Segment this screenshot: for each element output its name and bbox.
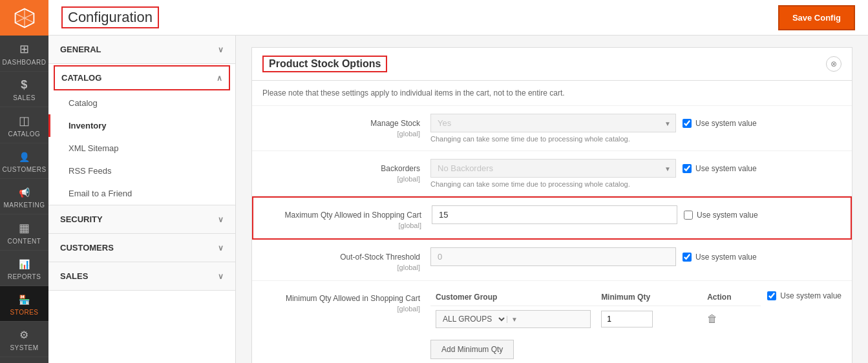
logo [0, 0, 48, 36]
menu-section-label-security: SECURITY [60, 214, 103, 224]
customer-group-select-wrapper: ALL GROUPS ▼ [436, 310, 591, 328]
content-icon [19, 221, 30, 235]
out-of-stock-input[interactable] [430, 247, 676, 266]
manage-stock-select-wrapper: Yes [430, 114, 676, 132]
menu-item-email-friend[interactable]: Email to a Friend [48, 182, 235, 205]
backorders-select-wrapper: No Backorders [430, 159, 676, 178]
out-of-stock-system-value-label[interactable]: Use system value [683, 253, 757, 262]
min-qty-value-cell [596, 306, 702, 333]
backorders-row: No Backorders Use system value [430, 159, 842, 178]
manage-stock-system-value-checkbox[interactable] [683, 119, 692, 128]
chevron-up-icon: ∧ [217, 74, 222, 83]
menu-section-header-sales[interactable]: SALES ∨ [48, 262, 235, 290]
manage-stock-control: Yes Use system value Changing can take s… [430, 114, 842, 143]
catalog-icon [19, 114, 30, 128]
manage-stock-select[interactable]: Yes [430, 114, 676, 132]
min-qty-system-value-label[interactable]: Use system value [767, 289, 842, 300]
menu-section-label-customers: CUSTOMERS [60, 243, 114, 253]
sidebar-label-marketing: MARKETING [4, 202, 45, 209]
sidebar: DASHBOARD SALES CATALOG CUSTOMERS MARKET… [0, 0, 48, 363]
min-qty-control: Customer Group Minimum Qty Action [430, 289, 842, 359]
menu-section-label-general: GENERAL [60, 45, 101, 54]
menu-section-label-sales: SALES [60, 271, 88, 281]
sidebar-item-catalog[interactable]: CATALOG [0, 107, 48, 143]
marketing-icon [19, 185, 30, 199]
sidebar-item-stores[interactable]: STORES [0, 286, 48, 322]
form-row-max-qty: Maximum Qty Allowed in Shopping Cart [gl… [252, 196, 852, 240]
customer-group-select[interactable]: ALL GROUPS [436, 311, 507, 327]
dashboard-icon [19, 42, 30, 56]
menu-item-inventory[interactable]: Inventory [48, 114, 235, 137]
backorders-system-value-checkbox[interactable] [683, 164, 692, 173]
sidebar-label-customers: CUSTOMERS [2, 166, 46, 173]
form-row-manage-stock: Manage Stock [global] Yes [252, 106, 852, 151]
stores-icon [19, 293, 30, 306]
sidebar-item-customers[interactable]: CUSTOMERS [0, 143, 48, 179]
right-panel: Product Stock Options ⊗ Please note that… [236, 36, 868, 363]
form-row-min-qty: Minimum Qty Allowed in Shopping Cart [gl… [252, 281, 852, 363]
menu-section-sales: SALES ∨ [48, 262, 235, 291]
menu-section-catalog: CATALOG ∧ Catalog Inventory XML Sitemap … [48, 65, 235, 205]
chevron-down-icon-security: ∨ [218, 215, 224, 224]
chevron-down-icon: ∨ [218, 45, 224, 54]
min-qty-value-input[interactable] [601, 311, 653, 327]
min-qty-table: Customer Group Minimum Qty Action [430, 289, 761, 332]
menu-item-xml-sitemap[interactable]: XML Sitemap [48, 137, 235, 160]
manage-stock-system-value-label[interactable]: Use system value [683, 119, 757, 128]
menu-section-security: SECURITY ∨ [48, 205, 235, 234]
out-of-stock-control: Use system value [430, 247, 842, 266]
backorders-select[interactable]: No Backorders [430, 159, 676, 178]
action-cell: 🗑 [702, 306, 761, 333]
content-area: GENERAL ∨ CATALOG ∧ Catalog Inventory [48, 36, 868, 363]
section-title: Product Stock Options [262, 56, 387, 72]
max-qty-row: Use system value [432, 205, 840, 224]
menu-section-header-security[interactable]: SECURITY ∨ [48, 205, 235, 233]
sidebar-label-stores: STORES [10, 309, 39, 316]
min-qty-row: Customer Group Minimum Qty Action [430, 289, 842, 359]
max-qty-system-value-checkbox[interactable] [684, 211, 693, 220]
manage-stock-label: Manage Stock [global] [262, 114, 430, 139]
group-select-arrow-icon: ▼ [507, 316, 522, 323]
save-config-button[interactable]: Save Config [778, 5, 855, 30]
menu-section-header-catalog[interactable]: CATALOG ∧ [54, 65, 230, 90]
sidebar-label-reports: REPORTS [8, 273, 41, 280]
customer-group-cell: ALL GROUPS ▼ [430, 306, 596, 333]
menu-section-label-catalog: CATALOG [61, 73, 101, 83]
out-of-stock-label: Out-of-Stock Threshold [global] [262, 247, 430, 273]
min-qty-table-area: Customer Group Minimum Qty Action [430, 289, 761, 359]
customers-icon [19, 150, 30, 163]
menu-section-header-customers[interactable]: CUSTOMERS ∨ [48, 234, 235, 262]
form-row-out-of-stock: Out-of-Stock Threshold [global] Use syst… [252, 240, 852, 281]
sidebar-item-sales[interactable]: SALES [0, 72, 48, 107]
menu-item-catalog[interactable]: Catalog [48, 92, 235, 114]
sidebar-item-marketing[interactable]: MARKETING [0, 179, 48, 214]
collapse-button[interactable]: ⊗ [826, 56, 842, 72]
section-header: Product Stock Options ⊗ [252, 48, 852, 81]
menu-item-rss-feeds[interactable]: RSS Feeds [48, 160, 235, 182]
sidebar-item-dashboard[interactable]: DASHBOARD [0, 36, 48, 72]
col-minimum-qty: Minimum Qty [596, 289, 702, 306]
max-qty-label: Maximum Qty Allowed in Shopping Cart [gl… [264, 205, 432, 231]
min-qty-system-value-checkbox[interactable] [767, 291, 776, 300]
sidebar-item-content[interactable]: CONTENT [0, 214, 48, 251]
manage-stock-hint: Changing can take some time due to proce… [430, 135, 842, 143]
max-qty-system-value-label[interactable]: Use system value [684, 211, 758, 220]
menu-section-header-general[interactable]: GENERAL ∨ [48, 36, 235, 63]
backorders-label: Backorders [global] [262, 159, 430, 184]
sidebar-label-system: SYSTEM [10, 344, 38, 351]
sidebar-item-reports[interactable]: REPORTS [0, 251, 48, 286]
sidebar-label-dashboard: DASHBOARD [3, 59, 47, 66]
delete-row-button[interactable]: 🗑 [707, 313, 717, 325]
sidebar-label-content: CONTENT [8, 238, 41, 245]
left-menu: GENERAL ∨ CATALOG ∧ Catalog Inventory [48, 36, 236, 363]
backorders-system-value-label[interactable]: Use system value [683, 164, 757, 173]
chevron-down-icon-sales: ∨ [218, 272, 224, 281]
sidebar-item-system[interactable]: SYSTEM [0, 322, 48, 357]
add-min-qty-button[interactable]: Add Minimum Qty [430, 340, 514, 359]
main-area: Configuration Save Config GENERAL ∨ CATA… [48, 0, 868, 363]
min-qty-label: Minimum Qty Allowed in Shopping Cart [gl… [262, 289, 430, 314]
page-title: Configuration [61, 6, 159, 28]
out-of-stock-row: Use system value [430, 247, 842, 266]
max-qty-input[interactable] [432, 205, 677, 224]
out-of-stock-system-value-checkbox[interactable] [683, 253, 692, 262]
